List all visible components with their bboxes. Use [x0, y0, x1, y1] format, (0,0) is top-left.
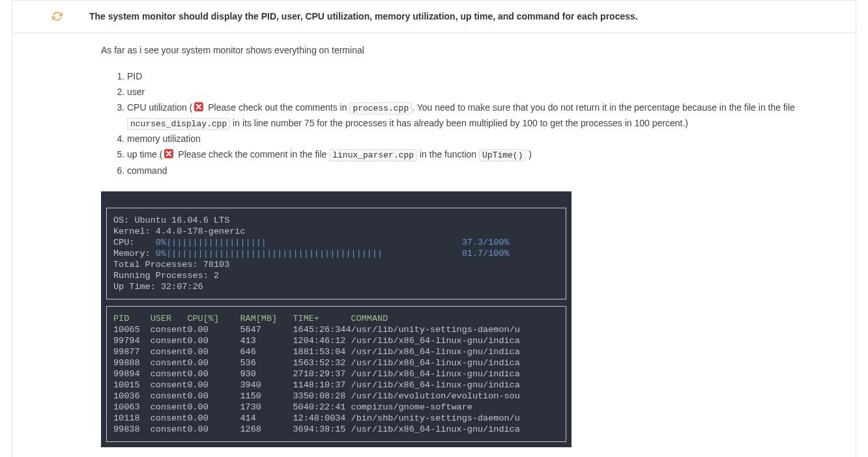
review-card: The system monitor should display the PI…: [12, 0, 856, 457]
term-mem-bar: 0%||||||||||||||||||||||||||||||||||||||…: [156, 249, 383, 258]
code-ref: linux_parser.cpp: [329, 149, 417, 161]
term-cpu-pct: 37.3/100%: [462, 238, 510, 247]
intro-text: As far as i see your system monitor show…: [101, 44, 843, 57]
code-ref: process.cpp: [349, 102, 412, 115]
review-list: PID user CPU utilization ( Please check …: [101, 69, 843, 178]
code-ref: ncurses_display.cpp: [127, 118, 230, 130]
term-label: CPU:: [113, 238, 156, 247]
cross-mark-icon: [163, 148, 175, 159]
term-row: 99794 consent0.00 413 1204:46:12 /usr/li…: [113, 336, 520, 346]
term-header-row: PID USER CPU[%] RAM[MB] TIME+ COMMAND: [113, 314, 388, 324]
term-line: Total Processes: 78103: [113, 260, 229, 270]
terminal-screenshot: OS: Ubuntu 16.04.6 LTS Kernel: 4.4.0-178…: [101, 191, 571, 447]
rubric-title: The system monitor should display the PI…: [89, 10, 843, 23]
term-gap: [267, 238, 462, 247]
card-header: The system monitor should display the PI…: [12, 1, 856, 33]
term-row: 99894 consent0.00 930 2710:29:37 /usr/li…: [113, 369, 520, 379]
term-line: Kernel: 4.4.0-178-generic: [113, 227, 246, 236]
term-label: Memory:: [113, 249, 156, 258]
list-text: CPU utilization (: [127, 102, 192, 113]
term-row: 10065 consent0.00 5647 1645:26:344/usr/l…: [113, 325, 520, 335]
term-mem-pct: 81.7/100%: [462, 249, 510, 258]
list-item: user: [127, 85, 843, 100]
term-row: 10015 consent0.00 3940 1148:10:37 /usr/l…: [113, 380, 520, 390]
list-item: memory utilization: [127, 132, 843, 146]
card-body: As far as i see your system monitor show…: [12, 33, 856, 457]
list-item: CPU utilization ( Please check out the c…: [127, 100, 843, 131]
refresh-icon-col: [25, 10, 89, 23]
list-text: ): [526, 149, 532, 159]
list-text: Please check the comment in the file: [175, 149, 329, 159]
term-row: 10118 consent0.00 414 12:48:0034 /bin/sh…: [113, 413, 520, 423]
term-row: 99888 consent0.00 536 1563:52:32 /usr/li…: [113, 358, 520, 368]
terminal-process-box: PID USER CPU[%] RAM[MB] TIME+ COMMAND 10…: [106, 306, 566, 442]
list-item: up time ( Please check the comment in th…: [127, 147, 843, 162]
list-item: PID: [127, 69, 843, 84]
term-line: Up Time: 32:07:26: [113, 282, 203, 292]
term-line: OS: Ubuntu 16.04.6 LTS: [113, 215, 229, 225]
refresh-icon: [52, 11, 63, 23]
list-item: command: [127, 163, 843, 178]
term-cpu-bar: 0%|||||||||||||||||||: [156, 238, 267, 247]
list-text: . You need to make sure that you do not …: [412, 102, 795, 113]
term-row: 10036 consent0.00 1150 3350:08:28 /usr/l…: [113, 391, 520, 401]
term-row: 10063 consent0.00 1730 5040:22:41 compiz…: [113, 402, 472, 412]
term-line: Running Processes: 2: [113, 271, 219, 281]
term-row: 99838 consent0.00 1268 3694:38:15 /usr/l…: [113, 424, 520, 434]
term-row: 99877 consent0.00 646 1881:53:04 /usr/li…: [113, 347, 520, 357]
terminal-system-box: OS: Ubuntu 16.04.6 LTS Kernel: 4.4.0-178…: [106, 208, 566, 299]
code-ref: UpTime(): [479, 149, 526, 161]
list-text: up time (: [127, 149, 162, 159]
list-text: Please check out the comments in: [205, 102, 349, 113]
term-gap: [383, 249, 462, 258]
list-text: in the function: [417, 149, 479, 159]
list-text: in its line number 75 for the processes …: [230, 118, 688, 128]
cross-mark-icon: [193, 101, 205, 113]
